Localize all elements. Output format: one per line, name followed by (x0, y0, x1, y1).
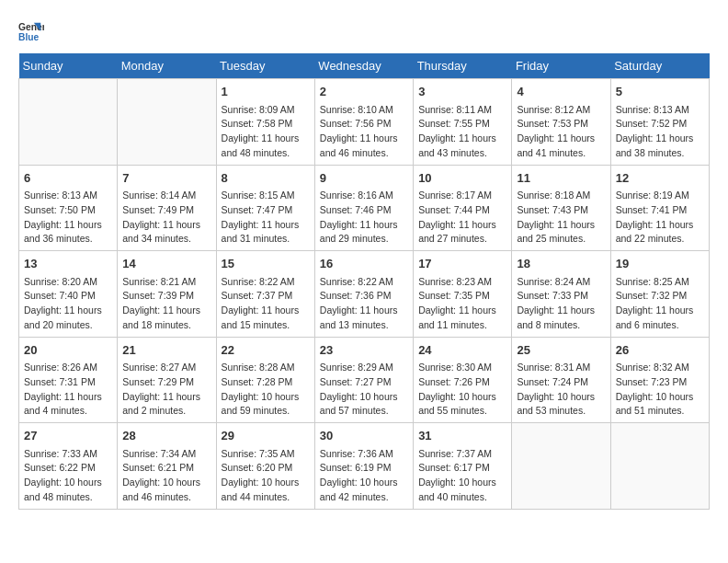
day-info: Sunrise: 8:26 AM Sunset: 7:31 PM Dayligh… (24, 361, 112, 419)
day-number: 21 (122, 341, 210, 360)
weekday-header-friday: Friday (512, 53, 610, 79)
day-cell (512, 423, 610, 510)
day-cell: 1Sunrise: 8:09 AM Sunset: 7:58 PM Daylig… (216, 79, 314, 166)
day-number: 10 (418, 169, 506, 188)
weekday-header-wednesday: Wednesday (314, 53, 413, 79)
day-info: Sunrise: 8:24 AM Sunset: 7:33 PM Dayligh… (517, 275, 605, 333)
day-number: 25 (517, 341, 605, 360)
day-number: 7 (122, 169, 210, 188)
weekday-header-row: SundayMondayTuesdayWednesdayThursdayFrid… (19, 53, 710, 79)
day-info: Sunrise: 8:18 AM Sunset: 7:43 PM Dayligh… (517, 189, 605, 247)
day-info: Sunrise: 8:13 AM Sunset: 7:50 PM Dayligh… (24, 189, 112, 247)
weekday-header-saturday: Saturday (610, 53, 709, 79)
day-number: 18 (517, 255, 605, 273)
day-number: 1 (222, 83, 310, 101)
day-cell: 29Sunrise: 7:35 AM Sunset: 6:20 PM Dayli… (216, 423, 314, 510)
day-number: 29 (222, 427, 310, 445)
day-info: Sunrise: 7:35 AM Sunset: 6:20 PM Dayligh… (222, 447, 310, 505)
day-info: Sunrise: 8:20 AM Sunset: 7:40 PM Dayligh… (24, 275, 112, 333)
day-cell: 17Sunrise: 8:23 AM Sunset: 7:35 PM Dayli… (414, 251, 512, 338)
day-cell: 18Sunrise: 8:24 AM Sunset: 7:33 PM Dayli… (512, 251, 610, 338)
day-info: Sunrise: 8:27 AM Sunset: 7:29 PM Dayligh… (122, 361, 210, 419)
day-cell: 11Sunrise: 8:18 AM Sunset: 7:43 PM Dayli… (512, 165, 610, 251)
day-info: Sunrise: 8:21 AM Sunset: 7:39 PM Dayligh… (122, 275, 210, 333)
day-info: Sunrise: 7:34 AM Sunset: 6:21 PM Dayligh… (122, 447, 210, 505)
day-info: Sunrise: 8:10 AM Sunset: 7:56 PM Dayligh… (320, 103, 408, 161)
day-number: 3 (418, 83, 506, 101)
logo-icon: General Blue (18, 18, 44, 44)
calendar-table: SundayMondayTuesdayWednesdayThursdayFrid… (18, 53, 710, 510)
day-number: 6 (24, 169, 112, 188)
day-cell: 28Sunrise: 7:34 AM Sunset: 6:21 PM Dayli… (118, 423, 216, 510)
day-number: 31 (418, 427, 506, 445)
day-info: Sunrise: 8:14 AM Sunset: 7:49 PM Dayligh… (122, 189, 210, 247)
week-row-5: 27Sunrise: 7:33 AM Sunset: 6:22 PM Dayli… (19, 423, 710, 510)
day-number: 17 (418, 255, 506, 273)
day-cell: 31Sunrise: 7:37 AM Sunset: 6:17 PM Dayli… (414, 423, 512, 510)
day-cell: 21Sunrise: 8:27 AM Sunset: 7:29 PM Dayli… (118, 337, 216, 423)
day-cell: 23Sunrise: 8:29 AM Sunset: 7:27 PM Dayli… (314, 337, 413, 423)
day-number: 30 (320, 427, 408, 445)
day-number: 23 (320, 341, 408, 360)
day-cell: 13Sunrise: 8:20 AM Sunset: 7:40 PM Dayli… (19, 251, 118, 338)
day-info: Sunrise: 8:17 AM Sunset: 7:44 PM Dayligh… (418, 189, 506, 247)
week-row-4: 20Sunrise: 8:26 AM Sunset: 7:31 PM Dayli… (19, 337, 710, 423)
day-cell: 6Sunrise: 8:13 AM Sunset: 7:50 PM Daylig… (19, 165, 118, 251)
day-info: Sunrise: 8:22 AM Sunset: 7:36 PM Dayligh… (320, 275, 408, 333)
day-number: 19 (616, 255, 704, 273)
day-cell: 12Sunrise: 8:19 AM Sunset: 7:41 PM Dayli… (610, 165, 709, 251)
svg-text:Blue: Blue (18, 32, 40, 42)
weekday-header-tuesday: Tuesday (216, 53, 314, 79)
day-info: Sunrise: 8:30 AM Sunset: 7:26 PM Dayligh… (418, 361, 506, 419)
day-info: Sunrise: 7:33 AM Sunset: 6:22 PM Dayligh… (24, 447, 112, 505)
day-info: Sunrise: 8:12 AM Sunset: 7:53 PM Dayligh… (517, 103, 605, 161)
day-cell: 24Sunrise: 8:30 AM Sunset: 7:26 PM Dayli… (414, 337, 512, 423)
day-cell (19, 79, 118, 166)
day-number: 13 (24, 255, 112, 273)
day-cell: 22Sunrise: 8:28 AM Sunset: 7:28 PM Dayli… (216, 337, 314, 423)
day-info: Sunrise: 8:15 AM Sunset: 7:47 PM Dayligh… (222, 189, 310, 247)
day-number: 24 (418, 341, 506, 360)
day-cell: 7Sunrise: 8:14 AM Sunset: 7:49 PM Daylig… (118, 165, 216, 251)
day-cell: 10Sunrise: 8:17 AM Sunset: 7:44 PM Dayli… (414, 165, 512, 251)
day-cell: 26Sunrise: 8:32 AM Sunset: 7:23 PM Dayli… (610, 337, 709, 423)
day-cell: 27Sunrise: 7:33 AM Sunset: 6:22 PM Dayli… (19, 423, 118, 510)
day-number: 20 (24, 341, 112, 360)
week-row-2: 6Sunrise: 8:13 AM Sunset: 7:50 PM Daylig… (19, 165, 710, 251)
day-cell: 4Sunrise: 8:12 AM Sunset: 7:53 PM Daylig… (512, 79, 610, 166)
day-cell: 20Sunrise: 8:26 AM Sunset: 7:31 PM Dayli… (19, 337, 118, 423)
day-number: 27 (24, 427, 112, 445)
page-header: General Blue (18, 18, 710, 44)
day-info: Sunrise: 8:16 AM Sunset: 7:46 PM Dayligh… (320, 189, 408, 247)
day-cell (610, 423, 709, 510)
day-cell: 14Sunrise: 8:21 AM Sunset: 7:39 PM Dayli… (118, 251, 216, 338)
day-cell: 30Sunrise: 7:36 AM Sunset: 6:19 PM Dayli… (314, 423, 413, 510)
day-number: 28 (122, 427, 210, 445)
day-cell: 15Sunrise: 8:22 AM Sunset: 7:37 PM Dayli… (216, 251, 314, 338)
weekday-header-thursday: Thursday (414, 53, 512, 79)
day-info: Sunrise: 7:36 AM Sunset: 6:19 PM Dayligh… (320, 447, 408, 505)
day-number: 11 (517, 169, 605, 188)
day-info: Sunrise: 8:32 AM Sunset: 7:23 PM Dayligh… (616, 361, 704, 419)
day-number: 26 (616, 341, 704, 360)
day-cell: 3Sunrise: 8:11 AM Sunset: 7:55 PM Daylig… (414, 79, 512, 166)
day-info: Sunrise: 8:29 AM Sunset: 7:27 PM Dayligh… (320, 361, 408, 419)
day-info: Sunrise: 8:22 AM Sunset: 7:37 PM Dayligh… (222, 275, 310, 333)
day-number: 16 (320, 255, 408, 273)
day-cell (118, 79, 216, 166)
day-info: Sunrise: 8:09 AM Sunset: 7:58 PM Dayligh… (222, 103, 310, 161)
day-number: 9 (320, 169, 408, 188)
day-number: 12 (616, 169, 704, 188)
logo: General Blue (18, 18, 48, 44)
day-number: 5 (616, 83, 704, 101)
day-info: Sunrise: 8:28 AM Sunset: 7:28 PM Dayligh… (222, 361, 310, 419)
day-cell: 16Sunrise: 8:22 AM Sunset: 7:36 PM Dayli… (314, 251, 413, 338)
day-cell: 8Sunrise: 8:15 AM Sunset: 7:47 PM Daylig… (216, 165, 314, 251)
day-cell: 5Sunrise: 8:13 AM Sunset: 7:52 PM Daylig… (610, 79, 709, 166)
day-info: Sunrise: 7:37 AM Sunset: 6:17 PM Dayligh… (418, 447, 506, 505)
day-info: Sunrise: 8:11 AM Sunset: 7:55 PM Dayligh… (418, 103, 506, 161)
day-number: 14 (122, 255, 210, 273)
day-number: 8 (222, 169, 310, 188)
day-info: Sunrise: 8:13 AM Sunset: 7:52 PM Dayligh… (616, 103, 704, 161)
weekday-header-monday: Monday (118, 53, 216, 79)
